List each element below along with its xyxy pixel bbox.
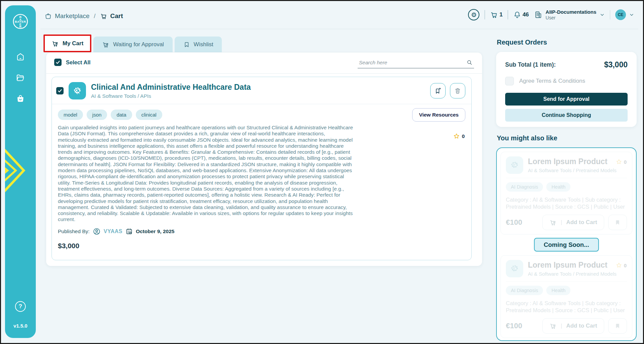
star-icon (616, 262, 622, 268)
cart-page: BAYER B A E R (0, 0, 644, 344)
rating: 0 (616, 159, 627, 165)
published-date: October 9, 2025 (136, 228, 174, 234)
home-icon[interactable] (16, 52, 25, 62)
cart-item-body: model json data clinical View Resources … (52, 104, 471, 255)
divider (484, 10, 485, 19)
cart-plus-icon (549, 219, 557, 226)
chevron-down-icon (600, 12, 605, 17)
send-for-approval-button[interactable]: Send for Approval (505, 93, 628, 106)
search-icon (466, 59, 473, 66)
breadcrumb: Marketplace / Cart (44, 12, 123, 20)
add-to-cart-button: | Add to Cart (542, 318, 604, 334)
subtotal-value: $3,000 (604, 60, 628, 69)
tab-waiting-for-approval[interactable]: Waiting for Approval (93, 37, 173, 52)
terms-label: Agree Terms & Conditions (519, 78, 585, 84)
app-version: v1.5.0 (5, 323, 36, 329)
published-by-label: Published By: (58, 228, 90, 234)
divider (506, 178, 627, 178)
product-meta: Category : AI & Software Tools | Sub cat… (506, 300, 627, 314)
trash-icon (454, 87, 461, 94)
cart-plus-icon (549, 322, 557, 330)
breadcrumb-separator: / (94, 13, 96, 20)
add-to-cart-label: Add to Cart (566, 219, 597, 226)
publisher-name: VYAAS (104, 228, 122, 234)
bookmark-filled-icon (614, 323, 621, 329)
tab-wishlist[interactable]: Wishlist (175, 37, 222, 52)
select-all-row: Select All (54, 59, 91, 66)
rating-value: 0 (462, 133, 465, 139)
product-category: AI & Software Tools / APIs (91, 93, 251, 99)
tag: json (87, 110, 107, 120)
rating: 0 (453, 133, 465, 139)
bookmark-button (608, 215, 627, 230)
divider: | (561, 323, 562, 329)
terms-checkbox[interactable] (505, 77, 514, 85)
breadcrumb-cart: Cart (110, 12, 123, 20)
notifications-button[interactable]: 46 (513, 11, 529, 19)
product-price: €100 (506, 218, 522, 227)
divider (506, 281, 627, 282)
tags-row: model json data clinical (58, 110, 465, 120)
tab-label: Waiting for Approval (113, 41, 164, 48)
suggested-product-card: Lorem Ipsum Product AI & Software Tools … (500, 255, 632, 338)
sidebar-chevron-decoration (5, 148, 30, 193)
divider (46, 73, 482, 74)
bell-icon (513, 11, 521, 19)
cart-item: Clinical And Administrative Healthcare D… (52, 77, 472, 260)
item-checkbox[interactable] (56, 87, 64, 94)
bookmark-plus-icon (434, 87, 442, 94)
product-brain-network-icon (69, 82, 86, 99)
product-category: AI & Software Tools / Pretrained Models (528, 271, 617, 277)
tab-my-cart[interactable]: My Cart (43, 35, 91, 52)
marketplace-bag-icon[interactable] (16, 94, 25, 103)
divider: | (561, 219, 562, 226)
tag: model (58, 110, 83, 120)
org-switcher[interactable]: AIIP-Documentations User (534, 9, 605, 20)
product-meta: Category : AI & Software Tools | Sub cat… (506, 196, 627, 210)
rating-value: 0 (624, 159, 627, 165)
calendar-icon (125, 228, 133, 235)
continue-shopping-button[interactable]: Continue Shopping (505, 109, 628, 122)
add-to-cart-label: Add to Cart (566, 323, 597, 329)
breadcrumb-marketplace[interactable]: Marketplace (55, 12, 90, 20)
product-description: Gain unparalleled insights into patient … (58, 125, 354, 223)
user-menu[interactable]: CE (615, 9, 634, 20)
request-orders-title: Request Orders (497, 39, 547, 46)
header-actions: ⚙ 1 46 AIIP-Documentations (468, 9, 634, 20)
product-title: Lorem Ipsum Product (528, 157, 617, 166)
remove-item-button[interactable] (450, 83, 465, 98)
product-price: €100 (506, 322, 522, 330)
star-icon (453, 133, 460, 139)
view-resources-button[interactable]: View Resources (412, 108, 465, 122)
add-to-cart-button: | Add to Cart (542, 215, 604, 230)
bookmark-filled-icon (614, 219, 621, 226)
notification-count-badge: 46 (523, 11, 529, 18)
header-divider (40, 29, 638, 29)
help-icon[interactable]: ? (15, 301, 26, 312)
suggestions-title: You might also like (497, 134, 557, 142)
product-title: Clinical And Administrative Healthcare D… (91, 83, 251, 92)
tag: AI Diagnosis (506, 286, 543, 295)
header-cart-button[interactable]: 1 (490, 11, 502, 19)
tag: AI Diagnosis (506, 182, 543, 192)
search-input[interactable]: Search here (358, 58, 474, 68)
move-to-wishlist-button[interactable] (430, 83, 446, 98)
account-role: User (546, 15, 596, 20)
product-brain-network-icon (506, 260, 523, 277)
tag: clinical (136, 110, 162, 120)
tag: data (111, 110, 132, 120)
tab-label: My Cart (63, 40, 83, 47)
product-title: Lorem Ipsum Product (528, 261, 617, 270)
cart-icon (100, 12, 107, 20)
sidebar-nav (5, 52, 36, 103)
select-all-checkbox[interactable] (54, 59, 62, 66)
folder-icon[interactable] (16, 73, 25, 82)
tag: Health (546, 286, 570, 295)
cart-tabs: My Cart Waiting for Approval Wishlist (43, 35, 222, 52)
cart-icon (490, 11, 498, 19)
settings-gear-icon[interactable]: ⚙ (468, 9, 479, 20)
cart-check-icon (102, 41, 109, 48)
select-all-label: Select All (66, 59, 91, 66)
product-price: $3,000 (58, 242, 465, 250)
rating-value: 0 (624, 263, 627, 268)
